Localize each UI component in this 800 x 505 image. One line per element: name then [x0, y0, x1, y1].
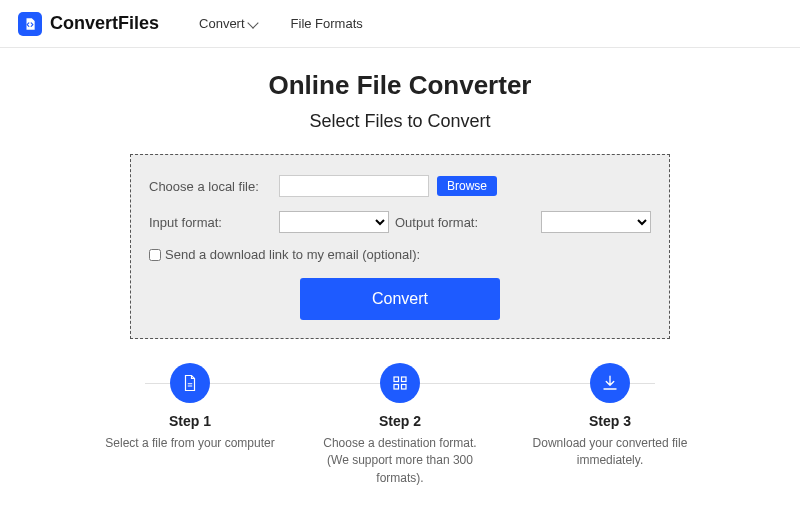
- svg-rect-0: [394, 377, 399, 382]
- chevron-down-icon: [247, 17, 258, 28]
- convert-button[interactable]: Convert: [300, 278, 500, 320]
- svg-rect-2: [394, 385, 399, 390]
- step-3-desc: Download your converted file immediately…: [515, 435, 705, 470]
- nav-convert[interactable]: Convert: [199, 16, 257, 31]
- output-format-select[interactable]: [541, 211, 651, 233]
- input-format-select[interactable]: [279, 211, 389, 233]
- output-format-label: Output format:: [395, 215, 478, 230]
- step-2-desc: Choose a destination format. (We support…: [305, 435, 495, 487]
- nav-file-formats-label: File Formats: [291, 16, 363, 31]
- format-row: Input format: Output format:: [149, 211, 651, 233]
- step-1: Step 1 Select a file from your computer: [95, 363, 285, 487]
- step-1-title: Step 1: [95, 413, 285, 429]
- step-3: Step 3 Download your converted file imme…: [515, 363, 705, 487]
- email-label: Send a download link to my email (option…: [165, 247, 420, 262]
- step-1-desc: Select a file from your computer: [95, 435, 285, 452]
- choose-file-label: Choose a local file:: [149, 179, 279, 194]
- page-subtitle: Select Files to Convert: [0, 111, 800, 132]
- page-title: Online File Converter: [0, 70, 800, 101]
- brand-logo-icon: [18, 12, 42, 36]
- convert-panel: Choose a local file: Browse Input format…: [130, 154, 670, 339]
- brand-name: ConvertFiles: [50, 13, 159, 34]
- file-input[interactable]: [279, 175, 429, 197]
- step-2-title: Step 2: [305, 413, 495, 429]
- nav-convert-label: Convert: [199, 16, 245, 31]
- file-icon: [170, 363, 210, 403]
- svg-rect-3: [402, 385, 407, 390]
- top-nav: ConvertFiles Convert File Formats: [0, 0, 800, 48]
- download-icon: [590, 363, 630, 403]
- choose-file-row: Choose a local file: Browse: [149, 175, 651, 197]
- input-format-label: Input format:: [149, 215, 279, 230]
- nav-file-formats[interactable]: File Formats: [291, 16, 363, 31]
- email-checkbox[interactable]: [149, 249, 161, 261]
- brand-logo[interactable]: ConvertFiles: [18, 12, 159, 36]
- step-3-title: Step 3: [515, 413, 705, 429]
- steps: Step 1 Select a file from your computer …: [95, 363, 705, 487]
- grid-icon: [380, 363, 420, 403]
- step-2: Step 2 Choose a destination format. (We …: [305, 363, 495, 487]
- svg-rect-1: [402, 377, 407, 382]
- browse-button[interactable]: Browse: [437, 176, 497, 196]
- email-row: Send a download link to my email (option…: [149, 247, 651, 262]
